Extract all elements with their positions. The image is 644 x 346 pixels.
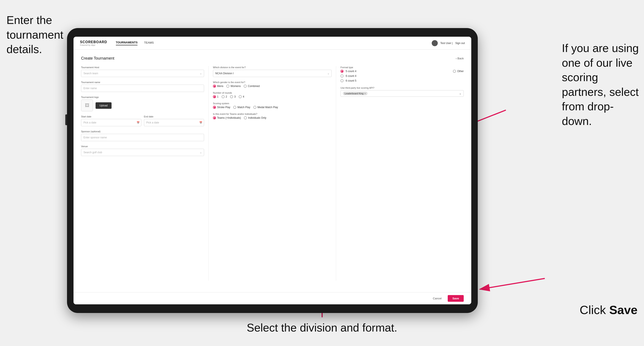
tablet-screen: SCOREBOARD Powered by clippi TOURNAMENTS… [74, 37, 471, 304]
image-icon: 🖼 [85, 103, 89, 108]
rounds-radio-group: 1 2 3 4 [213, 95, 332, 98]
round-2-radio[interactable] [222, 95, 224, 98]
name-group: Tournament name [81, 81, 204, 92]
format-left: 5 count 4 6 count 4 6 count 5 [340, 70, 356, 82]
event-individuals[interactable]: Individuals Only [244, 116, 266, 119]
scoring-stroke[interactable]: Stroke Play [213, 106, 230, 109]
logo-label: Tournament logo [81, 96, 204, 98]
brand-title: SCOREBOARD [80, 40, 107, 44]
annotation-bottom-center: Select the division and format. [247, 321, 397, 335]
start-date-group: Start date [81, 115, 142, 126]
round-1-radio[interactable] [213, 95, 216, 98]
upload-button[interactable]: Upload [96, 102, 112, 109]
form-grid: Tournament Host Tournament name Tourname… [81, 66, 464, 281]
round-3-radio[interactable] [230, 95, 233, 98]
scoring-medal-label: Medal Match Play [258, 106, 278, 109]
format-6c4-radio[interactable] [340, 74, 344, 77]
event-type-label: Is this event for Teams and/or Individua… [213, 113, 332, 115]
gender-womens-label: Womens [230, 85, 240, 88]
end-date-input[interactable] [144, 119, 204, 126]
live-scoring-select[interactable]: Leaderboard King × ⌄ [340, 90, 464, 97]
brand: SCOREBOARD Powered by clippi [80, 40, 107, 46]
scoring-stroke-radio[interactable] [213, 106, 216, 109]
round-1-label: 1 [217, 95, 218, 98]
gender-mens[interactable]: Mens [213, 85, 223, 88]
format-group: Format type 5 count 4 [340, 66, 464, 82]
tablet-device: SCOREBOARD Powered by clippi TOURNAMENTS… [67, 28, 478, 313]
name-input[interactable] [81, 85, 204, 92]
annotation-bottom-right: Click Save [580, 302, 638, 318]
brand-subtitle: Powered by clippi [80, 44, 107, 46]
bottom-bar: Cancel Save [74, 292, 471, 304]
event-individuals-radio[interactable] [244, 116, 247, 119]
format-row-5c4: 5 count 4 [340, 70, 356, 73]
logo-group: Tournament logo 🖼 Upload [81, 96, 204, 111]
event-type-radio-group: Teams (+Individuals) Individuals Only [213, 116, 332, 119]
gender-mens-radio[interactable] [213, 85, 216, 88]
round-2[interactable]: 2 [222, 95, 227, 98]
event-teams[interactable]: Teams (+Individuals) [213, 116, 241, 119]
rounds-label: Number of rounds [213, 92, 332, 94]
gender-radio-group: Mens Womens Combined [213, 85, 332, 88]
scoring-match-label: Match Play [237, 106, 250, 109]
start-date-label: Start date [81, 115, 142, 118]
format-row-6c5: 6 count 5 [340, 79, 356, 82]
live-scoring-tag: Leaderboard King × [343, 92, 368, 95]
start-date-input[interactable] [81, 119, 142, 126]
logo-area: 🖼 Upload [81, 100, 204, 111]
other-radio[interactable] [453, 70, 456, 73]
scoring-match[interactable]: Match Play [233, 106, 250, 109]
annotation-top-left: Enter the tournament details. [6, 13, 67, 57]
format-6c5-label: 6 count 5 [346, 79, 356, 82]
format-5c4-label: 5 count 4 [346, 70, 356, 73]
gender-combined-radio[interactable] [244, 85, 247, 88]
format-options: 5 count 4 6 count 4 6 count 5 [340, 70, 464, 82]
scoring-match-radio[interactable] [233, 106, 236, 109]
sponsor-input[interactable] [81, 134, 204, 141]
gender-womens[interactable]: Womens [226, 85, 240, 88]
round-3[interactable]: 3 [230, 95, 236, 98]
nav-tournaments[interactable]: TOURNAMENTS [116, 41, 138, 45]
live-scoring-remove[interactable]: × [364, 92, 366, 95]
division-group: Which division is the event for? NCAA Di… [213, 66, 332, 77]
start-date-wrapper [81, 119, 142, 126]
round-4-radio[interactable] [239, 95, 242, 98]
gender-label: Which gender is the event for? [213, 81, 332, 84]
back-link[interactable]: Back [456, 57, 464, 60]
host-input[interactable] [81, 70, 204, 77]
form-col-3: Format type 5 count 4 [336, 66, 464, 281]
format-row-6c4: 6 count 4 [340, 74, 356, 77]
round-1[interactable]: 1 [213, 95, 218, 98]
gender-combined[interactable]: Combined [244, 85, 260, 88]
scoring-radio-group: Stroke Play Match Play Medal Match Play [213, 106, 332, 109]
round-4[interactable]: 4 [239, 95, 244, 98]
sponsor-group: Sponsor (optional) [81, 130, 204, 141]
format-6c5-radio[interactable] [340, 79, 344, 82]
nav-right: Test User | Sign out [432, 40, 465, 46]
host-label: Tournament Host [81, 66, 204, 69]
gender-combined-label: Combined [248, 85, 260, 88]
navbar: SCOREBOARD Powered by clippi TOURNAMENTS… [74, 37, 471, 50]
sign-out-link[interactable]: Sign out [455, 42, 465, 45]
other-option: Other [453, 70, 464, 73]
venue-input[interactable] [81, 149, 204, 156]
division-select[interactable]: NCAA Division I [213, 70, 332, 77]
round-4-label: 4 [243, 95, 244, 98]
sponsor-label: Sponsor (optional) [81, 130, 204, 133]
cancel-button[interactable]: Cancel [429, 295, 445, 302]
scoring-medal-radio[interactable] [253, 106, 256, 109]
page-title: Create Tournament [81, 56, 114, 61]
nav-teams[interactable]: TEAMS [144, 41, 154, 45]
tablet-side-button [65, 114, 67, 125]
scoring-medal[interactable]: Medal Match Play [253, 106, 278, 109]
venue-label: Venue [81, 145, 204, 148]
annotation-top-right: If you are using one of our live scoring… [562, 41, 642, 129]
format-5c4-radio[interactable] [340, 70, 344, 73]
gender-womens-radio[interactable] [226, 85, 229, 88]
other-label: Other [457, 70, 464, 73]
page-header: Create Tournament Back [81, 56, 464, 61]
save-button[interactable]: Save [448, 295, 464, 302]
live-scoring-group: Use third-party live scoring API? Leader… [340, 87, 464, 97]
division-select-wrapper: NCAA Division I [213, 70, 332, 77]
event-teams-radio[interactable] [213, 116, 216, 119]
